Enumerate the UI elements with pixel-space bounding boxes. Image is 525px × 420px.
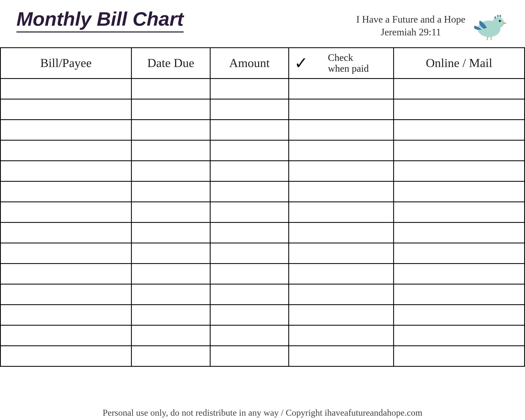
table-row <box>0 223 525 243</box>
table-row <box>0 79 525 99</box>
cell-online_mail[interactable] <box>394 79 525 99</box>
cell-check_paid[interactable] <box>289 120 394 140</box>
cell-payee[interactable] <box>0 140 131 161</box>
cell-amount[interactable] <box>210 140 289 161</box>
header: Monthly Bill Chart I Have a Future and a… <box>0 0 525 47</box>
verse-block: I Have a Future and a Hope Jeremiah 29:1… <box>356 8 508 41</box>
cell-online_mail[interactable] <box>394 161 525 181</box>
cell-online_mail[interactable] <box>394 325 525 346</box>
cell-payee[interactable] <box>0 181 131 202</box>
cell-payee[interactable] <box>0 223 131 243</box>
table-row <box>0 140 525 161</box>
cell-check_paid[interactable] <box>289 284 394 305</box>
table-row <box>0 99 525 120</box>
cell-date_due[interactable] <box>131 346 210 366</box>
cell-check_paid[interactable] <box>289 346 394 366</box>
svg-point-4 <box>497 15 499 17</box>
table-row <box>0 181 525 202</box>
cell-online_mail[interactable] <box>394 243 525 263</box>
cell-date_due[interactable] <box>131 284 210 305</box>
col-header-online-mail: Online / Mail <box>394 48 525 79</box>
cell-payee[interactable] <box>0 325 131 346</box>
cell-check_paid[interactable] <box>289 140 394 161</box>
cell-check_paid[interactable] <box>289 243 394 263</box>
cell-amount[interactable] <box>210 325 289 346</box>
cell-date_due[interactable] <box>131 99 210 120</box>
cell-date_due[interactable] <box>131 305 210 325</box>
cell-amount[interactable] <box>210 181 289 202</box>
cell-check_paid[interactable] <box>289 202 394 223</box>
cell-payee[interactable] <box>0 202 131 223</box>
cell-date_due[interactable] <box>131 202 210 223</box>
cell-date_due[interactable] <box>131 181 210 202</box>
cell-amount[interactable] <box>210 202 289 223</box>
cell-date_due[interactable] <box>131 325 210 346</box>
bill-table-wrap: Bill/Payee Date Due Amount ✓ Check when … <box>0 47 525 367</box>
cell-amount[interactable] <box>210 243 289 263</box>
cell-online_mail[interactable] <box>394 263 525 284</box>
cell-online_mail[interactable] <box>394 284 525 305</box>
cell-online_mail[interactable] <box>394 346 525 366</box>
col-header-check-paid: ✓ Check when paid <box>289 48 394 79</box>
col-header-amount: Amount <box>210 48 289 79</box>
cell-payee[interactable] <box>0 263 131 284</box>
cell-amount[interactable] <box>210 99 289 120</box>
svg-point-2 <box>499 20 501 22</box>
cell-check_paid[interactable] <box>289 263 394 284</box>
cell-payee[interactable] <box>0 120 131 140</box>
cell-online_mail[interactable] <box>394 140 525 161</box>
cell-payee[interactable] <box>0 161 131 181</box>
cell-check_paid[interactable] <box>289 325 394 346</box>
cell-payee[interactable] <box>0 305 131 325</box>
cell-online_mail[interactable] <box>394 99 525 120</box>
cell-payee[interactable] <box>0 284 131 305</box>
cell-amount[interactable] <box>210 305 289 325</box>
table-row <box>0 325 525 346</box>
cell-online_mail[interactable] <box>394 202 525 223</box>
table-row <box>0 202 525 223</box>
bill-table: Bill/Payee Date Due Amount ✓ Check when … <box>0 47 525 367</box>
table-header-row: Bill/Payee Date Due Amount ✓ Check when … <box>0 48 525 79</box>
svg-point-1 <box>493 17 504 28</box>
cell-payee[interactable] <box>0 79 131 99</box>
cell-amount[interactable] <box>210 263 289 284</box>
bird-icon <box>471 10 508 41</box>
cell-amount[interactable] <box>210 223 289 243</box>
table-row <box>0 161 525 181</box>
cell-amount[interactable] <box>210 161 289 181</box>
svg-line-6 <box>487 37 488 40</box>
cell-online_mail[interactable] <box>394 120 525 140</box>
cell-amount[interactable] <box>210 346 289 366</box>
verse-line-1: I Have a Future and a Hope <box>356 13 465 26</box>
col-header-payee: Bill/Payee <box>0 48 131 79</box>
cell-check_paid[interactable] <box>289 223 394 243</box>
cell-check_paid[interactable] <box>289 161 394 181</box>
cell-payee[interactable] <box>0 243 131 263</box>
check-mark-icon: ✓ <box>294 54 308 72</box>
cell-date_due[interactable] <box>131 263 210 284</box>
cell-check_paid[interactable] <box>289 181 394 202</box>
cell-date_due[interactable] <box>131 161 210 181</box>
cell-check_paid[interactable] <box>289 305 394 325</box>
cell-online_mail[interactable] <box>394 181 525 202</box>
footer-copyright: Personal use only, do not redistribute i… <box>0 407 525 418</box>
cell-amount[interactable] <box>210 284 289 305</box>
cell-date_due[interactable] <box>131 79 210 99</box>
cell-date_due[interactable] <box>131 140 210 161</box>
cell-date_due[interactable] <box>131 243 210 263</box>
cell-date_due[interactable] <box>131 120 210 140</box>
table-row <box>0 305 525 325</box>
cell-amount[interactable] <box>210 120 289 140</box>
verse-text: I Have a Future and a Hope Jeremiah 29:1… <box>356 13 465 39</box>
cell-online_mail[interactable] <box>394 305 525 325</box>
col-header-date-due: Date Due <box>131 48 210 79</box>
cell-payee[interactable] <box>0 99 131 120</box>
cell-online_mail[interactable] <box>394 223 525 243</box>
col-header-check-paid-label: Check when paid <box>328 52 369 74</box>
cell-check_paid[interactable] <box>289 79 394 99</box>
cell-check_paid[interactable] <box>289 99 394 120</box>
cell-date_due[interactable] <box>131 223 210 243</box>
cell-amount[interactable] <box>210 79 289 99</box>
svg-point-3 <box>494 16 496 19</box>
cell-payee[interactable] <box>0 346 131 366</box>
